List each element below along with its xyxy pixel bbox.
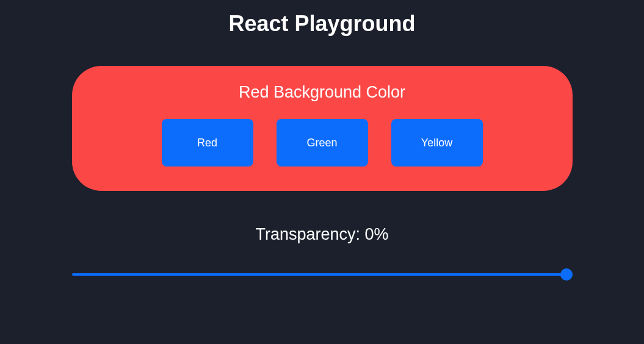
transparency-section: Transparency: 0%: [72, 225, 573, 278]
yellow-button[interactable]: Yellow: [391, 119, 483, 167]
color-button-row: Red Green Yellow: [96, 119, 548, 167]
panel-heading: Red Background Color: [96, 83, 548, 102]
green-button[interactable]: Green: [277, 119, 368, 167]
transparency-label-prefix: Transparency:: [255, 225, 364, 243]
transparency-slider[interactable]: [72, 273, 573, 276]
red-button[interactable]: Red: [162, 119, 253, 167]
page-title: React Playground: [72, 11, 573, 37]
transparency-label: Transparency: 0%: [72, 225, 573, 244]
color-panel: Red Background Color Red Green Yellow: [72, 66, 573, 191]
slider-wrap: [72, 267, 573, 278]
transparency-value: 0: [365, 225, 374, 243]
transparency-suffix: %: [374, 225, 389, 243]
